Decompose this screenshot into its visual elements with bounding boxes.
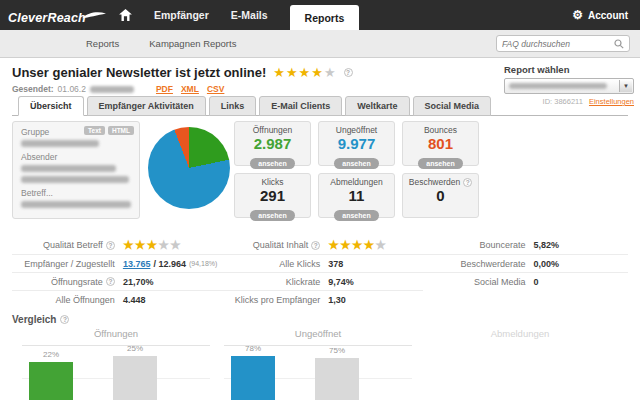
- detail-row: Klicks pro Empfänger1,30: [217, 290, 422, 308]
- detail-value: 13.765/ 12.964(94,18%): [123, 259, 217, 269]
- sent-label: Gesendet:: [12, 84, 54, 94]
- logo-swoosh-icon: [82, 6, 106, 24]
- star-icon: ★: [123, 239, 134, 251]
- tab-e-mail-clients[interactable]: E-Mail Clients: [259, 96, 342, 116]
- home-icon[interactable]: [119, 9, 132, 21]
- detail-label: Klickrate: [217, 277, 328, 287]
- info-field-label: Betreff...: [21, 188, 131, 198]
- detail-label: Empfänger / Zugestellt: [12, 259, 123, 269]
- detail-label: Öffnungsrate?: [12, 277, 123, 287]
- sent-date-redacted: [90, 86, 134, 93]
- stat-box-label: Öffnungen: [235, 125, 310, 135]
- tab-weltkarte[interactable]: Weltkarte: [345, 96, 409, 116]
- redacted-line: [21, 140, 99, 147]
- comparison-chart-abmeldungen: Abmeldungen: [426, 328, 614, 400]
- star-rating: ★★★★★: [328, 239, 387, 251]
- stat-box-label: Bounces: [403, 125, 478, 135]
- chart-bar: [315, 358, 359, 400]
- stat-box-label: Ungeöffnet: [319, 125, 394, 135]
- subnav-item-kampagnen-reports[interactable]: Kampagnen Reports: [149, 38, 236, 49]
- subnav-item-reports[interactable]: Reports: [86, 38, 119, 49]
- search-icon: [614, 35, 624, 53]
- redacted-line: [21, 176, 129, 183]
- chart-bar: [29, 362, 73, 400]
- report-select-redacted-value: [509, 83, 607, 89]
- tab-social-media[interactable]: Social Media: [413, 96, 492, 116]
- chart-plot: 22%25%: [22, 345, 210, 400]
- ansehen-button[interactable]: ansehen: [250, 158, 294, 169]
- detail-value-note: (94,18%): [189, 260, 217, 267]
- star-icon: ★: [375, 239, 386, 251]
- ansehen-button[interactable]: ansehen: [334, 158, 378, 169]
- ansehen-button[interactable]: ansehen: [334, 210, 378, 221]
- select-arrow-icon[interactable]: ▼: [619, 80, 632, 92]
- detail-value: 9,74%: [328, 277, 422, 287]
- chart-title: Abmeldungen: [426, 328, 614, 339]
- topnav-item-empfänger[interactable]: Empfänger: [154, 9, 209, 21]
- detail-label: Beschwerderate: [423, 259, 534, 269]
- info-icon[interactable]: ?: [311, 241, 320, 250]
- subnav-items: ReportsKampagnen Reports: [0, 38, 236, 49]
- report-picker-label: Report wählen: [504, 64, 634, 75]
- tab-links[interactable]: Links: [209, 96, 257, 116]
- bar-label: 25%: [113, 344, 157, 353]
- stat-box-value: 801: [403, 135, 478, 152]
- stat-box-bounces: Bounces801ansehen: [402, 121, 479, 166]
- stat-box-value: 11: [319, 187, 394, 204]
- detail-value: 378: [328, 259, 422, 269]
- stat-box-abmeldungen: Abmeldungen11ansehen: [318, 173, 395, 218]
- account-menu[interactable]: ⚙ Account: [572, 9, 628, 21]
- detail-row: Bouncerate5,82%: [423, 236, 628, 254]
- info-icon[interactable]: ?: [463, 178, 472, 187]
- detail-value: 21,70%: [123, 277, 217, 287]
- page: CleverReach EmpfängerE-MailsReports ⚙ Ac…: [0, 0, 640, 400]
- redacted-line: [21, 165, 116, 172]
- report-select[interactable]: ▼: [504, 78, 634, 94]
- detail-value: ★★★★★: [123, 239, 217, 251]
- detail-value: 1,30: [328, 295, 422, 305]
- star-icon: ★: [328, 239, 339, 251]
- gear-icon: ⚙: [572, 9, 583, 21]
- chart-title: Öffnungen: [22, 328, 210, 339]
- detail-row: Klickrate9,74%: [217, 272, 422, 290]
- settings-link[interactable]: Einstellungen: [589, 97, 634, 106]
- tab-empfänger-aktivitäten[interactable]: Empfänger Aktivitäten: [87, 96, 206, 116]
- detail-value: 5,82%: [534, 240, 628, 250]
- cleverreach-logo[interactable]: CleverReach: [8, 6, 106, 25]
- info-icon[interactable]: ?: [106, 241, 115, 250]
- stat-box-value: 291: [235, 187, 310, 204]
- redacted-line: [21, 201, 131, 208]
- detail-row: Empfänger / Zugestellt13.765/ 12.964(94,…: [12, 254, 217, 272]
- stat-box-label: Abmeldungen: [319, 177, 394, 187]
- star-icon: ★: [170, 239, 181, 251]
- overview-section: TextHTML GruppeAbsenderBetreff... Öffnun…: [12, 116, 628, 226]
- topnav-item-reports[interactable]: Reports: [290, 5, 360, 30]
- topnav-item-e-mails[interactable]: E-Mails: [231, 9, 268, 21]
- detail-value: 4.448: [123, 295, 217, 305]
- info-icon[interactable]: ?: [106, 277, 115, 286]
- report-picker: Report wählen ▼ ID: 3866211 Einstellunge…: [504, 64, 634, 106]
- format-badge-html: HTML: [108, 126, 134, 135]
- export-link-csv[interactable]: CSV: [207, 84, 224, 94]
- export-link-xml[interactable]: XML: [181, 84, 199, 94]
- tab-übersicht[interactable]: Übersicht: [18, 96, 84, 116]
- comparison-charts: Öffnungen22%25%Ungeöffnet78%75%Abmeldung…: [12, 328, 628, 400]
- account-label: Account: [588, 10, 628, 21]
- stat-box-label: Klicks: [235, 177, 310, 187]
- detail-row: Öffnungsrate?21,70%: [12, 272, 217, 290]
- star-icon: ★: [311, 66, 323, 79]
- comparison-title: Vergleich: [12, 314, 56, 325]
- stat-box-value: 9.977: [319, 135, 394, 152]
- comparison-info-icon[interactable]: ?: [60, 315, 69, 324]
- newsletter-rating: ★★★★★: [273, 66, 336, 79]
- ansehen-button[interactable]: ansehen: [418, 158, 462, 169]
- comparison-chart-öffnungen: Öffnungen22%25%: [22, 328, 210, 400]
- ansehen-button[interactable]: ansehen: [250, 210, 294, 221]
- stat-box-klicks: Klicks291ansehen: [234, 173, 311, 218]
- faq-search-input[interactable]: [502, 39, 614, 49]
- rating-info-icon[interactable]: ?: [344, 68, 353, 77]
- stat-box-öffnungen: Öffnungen2.987ansehen: [234, 121, 311, 166]
- detail-column: Qualität Inhalt?★★★★★Alle Klicks378Klick…: [217, 236, 422, 308]
- export-link-pdf[interactable]: PDF: [156, 84, 173, 94]
- detail-value-link[interactable]: 13.765: [123, 259, 151, 269]
